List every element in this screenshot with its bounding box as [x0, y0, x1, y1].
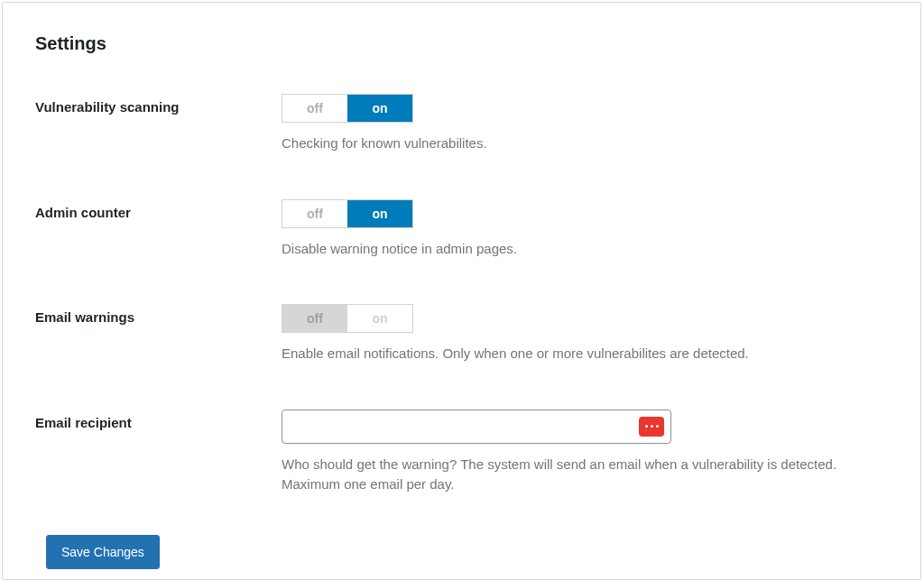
toggle-on[interactable]: on [347, 95, 412, 122]
description-email-recipient: Who should get the warning? The system w… [282, 455, 877, 495]
label-email-warnings: Email warnings [35, 304, 282, 325]
description-email-warnings: Enable email notifications. Only when on… [282, 344, 877, 364]
password-manager-icon[interactable] [639, 417, 664, 437]
label-email-recipient: Email recipient [35, 410, 282, 430]
toggle-vulnerability-scanning[interactable]: off on [282, 94, 413, 123]
toggle-off[interactable]: off [282, 200, 347, 227]
row-email-warnings: Email warnings off on Enable email notif… [35, 304, 888, 364]
toggle-on[interactable]: on [347, 305, 412, 332]
label-vulnerability-scanning: Vulnerability scanning [35, 94, 282, 115]
toggle-on[interactable]: on [347, 200, 412, 227]
description-vulnerability-scanning: Checking for known vulnerabilites. [282, 133, 877, 154]
toggle-off[interactable]: off [282, 305, 347, 332]
email-recipient-input-wrap [282, 410, 671, 444]
email-recipient-input[interactable] [282, 410, 671, 444]
toggle-off[interactable]: off [282, 95, 347, 122]
control-email-warnings: off on Enable email notifications. Only … [282, 304, 888, 364]
row-email-recipient: Email recipient Who should get the warni… [35, 410, 888, 495]
page-title: Settings [35, 33, 888, 54]
control-admin-counter: off on Disable warning notice in admin p… [282, 199, 888, 260]
toggle-admin-counter[interactable]: off on [282, 199, 413, 228]
row-admin-counter: Admin counter off on Disable warning not… [35, 199, 888, 260]
row-vulnerability-scanning: Vulnerability scanning off on Checking f… [35, 94, 888, 154]
save-changes-button[interactable]: Save Changes [46, 535, 160, 569]
settings-panel: Settings Vulnerability scanning off on C… [2, 2, 921, 580]
control-vulnerability-scanning: off on Checking for known vulnerabilites… [282, 94, 888, 154]
control-email-recipient: Who should get the warning? The system w… [282, 410, 888, 495]
label-admin-counter: Admin counter [35, 199, 282, 220]
toggle-email-warnings[interactable]: off on [282, 304, 413, 333]
description-admin-counter: Disable warning notice in admin pages. [282, 239, 877, 260]
